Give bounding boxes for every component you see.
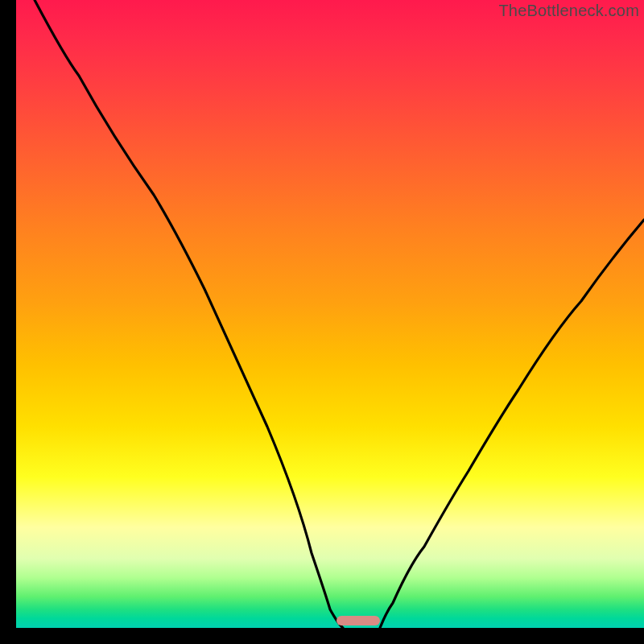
bottleneck-marker [336, 616, 380, 625]
curve-svg [16, 0, 644, 628]
watermark-text: TheBottleneck.com [498, 2, 639, 20]
left-curve-path [35, 0, 343, 628]
plot-area: TheBottleneck.com [16, 0, 644, 628]
right-curve-path [380, 220, 644, 628]
chart-container: TheBottleneck.com [0, 0, 644, 644]
